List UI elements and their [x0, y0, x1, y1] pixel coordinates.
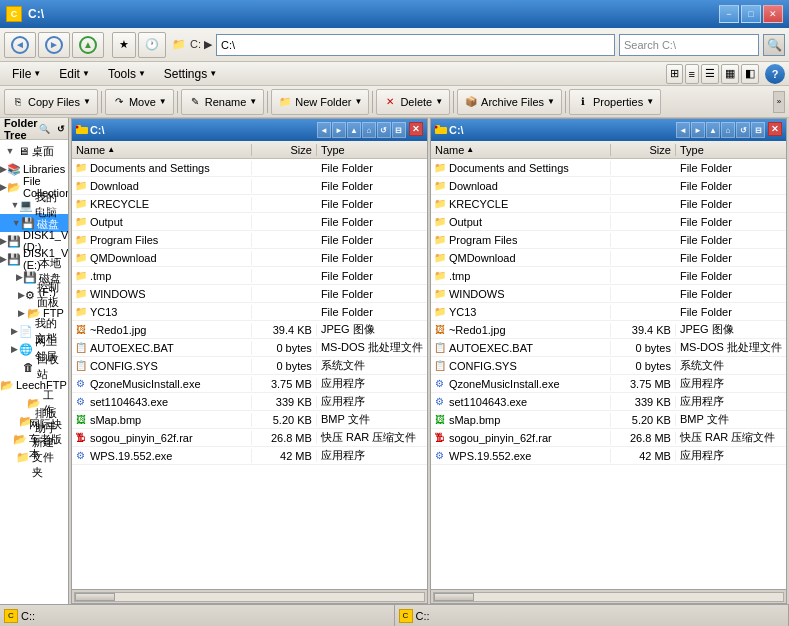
- table-row[interactable]: 📁 YC13 File Folder: [72, 303, 427, 321]
- maximize-button[interactable]: □: [741, 5, 761, 23]
- table-row[interactable]: 📁 KRECYCLE File Folder: [72, 195, 427, 213]
- table-row[interactable]: 📁 QMDownload File Folder: [72, 249, 427, 267]
- file-name: YC13: [449, 306, 477, 318]
- table-row[interactable]: 🖼 sMap.bmp 5.20 KB BMP 文件: [431, 411, 786, 429]
- view-thumbnails-button[interactable]: ⊞: [666, 64, 683, 84]
- bookmarks-button[interactable]: ★: [112, 32, 136, 58]
- table-row[interactable]: ⚙ set1104643.exe 339 KB 应用程序: [72, 393, 427, 411]
- table-row[interactable]: 📁 .tmp File Folder: [72, 267, 427, 285]
- panel-1-nav-split[interactable]: ⊟: [392, 122, 406, 138]
- tree-item-desktop[interactable]: ▼ 🖥 桌面: [0, 142, 68, 160]
- table-row[interactable]: 📋 AUTOEXEC.BAT 0 bytes MS-DOS 批处理文件: [431, 339, 786, 357]
- table-row[interactable]: 📁 Download File Folder: [72, 177, 427, 195]
- panel-2-nav-root[interactable]: ⌂: [721, 122, 735, 138]
- tree-label-desktop: 桌面: [32, 144, 54, 159]
- table-row[interactable]: 📋 AUTOEXEC.BAT 0 bytes MS-DOS 批处理文件: [72, 339, 427, 357]
- table-row[interactable]: 📁 WINDOWS File Folder: [72, 285, 427, 303]
- table-row[interactable]: 📁 Documents and Settings File Folder: [431, 159, 786, 177]
- toolbar-overflow-button[interactable]: »: [773, 91, 785, 113]
- menu-edit[interactable]: Edit ▼: [51, 64, 98, 84]
- panel-2-col-size[interactable]: Size: [611, 144, 676, 156]
- table-row[interactable]: ⚙ QzoneMusicInstall.exe 3.75 MB 应用程序: [72, 375, 427, 393]
- tree-item-control-panel[interactable]: ▶ ⚙ 控制面板: [0, 286, 68, 304]
- move-button[interactable]: ↷ Move ▼: [105, 89, 174, 115]
- panel-2-col-name[interactable]: Name ▲: [431, 144, 611, 156]
- panel-1-scroll-thumb[interactable]: [75, 593, 115, 601]
- panel-1-scroll-track[interactable]: [74, 592, 425, 602]
- panel-1-close-button[interactable]: ✕: [409, 122, 423, 136]
- panel-1-nav-up[interactable]: ▲: [347, 122, 361, 138]
- menu-tools[interactable]: Tools ▼: [100, 64, 154, 84]
- panel-1-scrollbar[interactable]: [72, 589, 427, 603]
- back-button[interactable]: ◄: [4, 32, 36, 58]
- table-row[interactable]: 📁 KRECYCLE File Folder: [431, 195, 786, 213]
- forward-button[interactable]: ►: [38, 32, 70, 58]
- table-row[interactable]: ⚙ WPS.19.552.exe 42 MB 应用程序: [72, 447, 427, 465]
- search-button[interactable]: 🔍: [763, 34, 785, 56]
- tree-search-icon[interactable]: 🔍: [38, 122, 52, 136]
- panel-2-scroll-track[interactable]: [433, 592, 784, 602]
- search-input[interactable]: Search C:\: [619, 34, 759, 56]
- new-folder-button[interactable]: 📁 New Folder ▼: [271, 89, 369, 115]
- file-name-cell: 🖼 sMap.bmp: [431, 413, 611, 427]
- menu-file[interactable]: File ▼: [4, 64, 49, 84]
- tree-item-new-folder[interactable]: 📁 新建文件夹: [0, 448, 68, 466]
- panel-1-nav-sync[interactable]: ↺: [377, 122, 391, 138]
- minimize-button[interactable]: −: [719, 5, 739, 23]
- table-row[interactable]: 📁 YC13 File Folder: [431, 303, 786, 321]
- history-button[interactable]: 🕐: [138, 32, 166, 58]
- table-row[interactable]: 📁 Documents and Settings File Folder: [72, 159, 427, 177]
- table-row[interactable]: ⚙ QzoneMusicInstall.exe 3.75 MB 应用程序: [431, 375, 786, 393]
- panel-1-nav-prev[interactable]: ◄: [317, 122, 331, 138]
- properties-button[interactable]: ℹ Properties ▼: [569, 89, 661, 115]
- panel-2-scrollbar[interactable]: [431, 589, 786, 603]
- search-placeholder: Search C:\: [624, 39, 676, 51]
- rename-button[interactable]: ✎ Rename ▼: [181, 89, 265, 115]
- tree-item-recycle[interactable]: 🗑 回收站: [0, 358, 68, 376]
- table-row[interactable]: ⚙ WPS.19.552.exe 42 MB 应用程序: [431, 447, 786, 465]
- table-row[interactable]: 🖼 sMap.bmp 5.20 KB BMP 文件: [72, 411, 427, 429]
- panel-2-nav-sync[interactable]: ↺: [736, 122, 750, 138]
- panel-2-nav-up[interactable]: ▲: [706, 122, 720, 138]
- panel-2-scroll-thumb[interactable]: [434, 593, 474, 601]
- copy-files-button[interactable]: ⎘ Copy Files ▼: [4, 89, 98, 115]
- view-extra-button[interactable]: ◧: [741, 64, 759, 84]
- panel-2-close-button[interactable]: ✕: [768, 122, 782, 136]
- archive-files-button[interactable]: 📦 Archive Files ▼: [457, 89, 562, 115]
- table-row[interactable]: ⚙ set1104643.exe 339 KB 应用程序: [431, 393, 786, 411]
- panel-2-nav-next[interactable]: ►: [691, 122, 705, 138]
- panel-1-nav-root[interactable]: ⌂: [362, 122, 376, 138]
- help-button[interactable]: ?: [765, 64, 785, 84]
- panel-2-nav-prev[interactable]: ◄: [676, 122, 690, 138]
- view-icons-button[interactable]: ▦: [721, 64, 739, 84]
- panel-1-col-size[interactable]: Size: [252, 144, 317, 156]
- address-input[interactable]: C:\: [216, 34, 615, 56]
- table-row[interactable]: 📋 CONFIG.SYS 0 bytes 系统文件: [72, 357, 427, 375]
- table-row[interactable]: 🗜 sogou_pinyin_62f.rar 26.8 MB 快压 RAR 压缩…: [431, 429, 786, 447]
- panel-2-nav-split[interactable]: ⊟: [751, 122, 765, 138]
- table-row[interactable]: 📁 QMDownload File Folder: [431, 249, 786, 267]
- table-row[interactable]: 🖼 ~Redo1.jpg 39.4 KB JPEG 图像: [431, 321, 786, 339]
- panel-1-col-name[interactable]: Name ▲: [72, 144, 252, 156]
- panel-1-col-type[interactable]: Type: [317, 144, 427, 156]
- table-row[interactable]: 🗜 sogou_pinyin_62f.rar 26.8 MB 快压 RAR 压缩…: [72, 429, 427, 447]
- file-name-cell: 📋 CONFIG.SYS: [431, 359, 611, 373]
- panel-2-col-type[interactable]: Type: [676, 144, 786, 156]
- table-row[interactable]: 📁 Program Files File Folder: [72, 231, 427, 249]
- close-button[interactable]: ✕: [763, 5, 783, 23]
- table-row[interactable]: 📁 Download File Folder: [431, 177, 786, 195]
- up-button[interactable]: ▲: [72, 32, 104, 58]
- panel-1-nav-next[interactable]: ►: [332, 122, 346, 138]
- delete-button[interactable]: ✕ Delete ▼: [376, 89, 450, 115]
- table-row[interactable]: 📁 WINDOWS File Folder: [431, 285, 786, 303]
- view-details-button[interactable]: ☰: [701, 64, 719, 84]
- table-row[interactable]: 📁 Output File Folder: [431, 213, 786, 231]
- table-row[interactable]: 📁 .tmp File Folder: [431, 267, 786, 285]
- view-list-button[interactable]: ≡: [685, 64, 699, 84]
- table-row[interactable]: 📋 CONFIG.SYS 0 bytes 系统文件: [431, 357, 786, 375]
- tree-sync-icon[interactable]: ↺: [54, 122, 68, 136]
- table-row[interactable]: 📁 Program Files File Folder: [431, 231, 786, 249]
- table-row[interactable]: 📁 Output File Folder: [72, 213, 427, 231]
- menu-settings[interactable]: Settings ▼: [156, 64, 225, 84]
- table-row[interactable]: 🖼 ~Redo1.jpg 39.4 KB JPEG 图像: [72, 321, 427, 339]
